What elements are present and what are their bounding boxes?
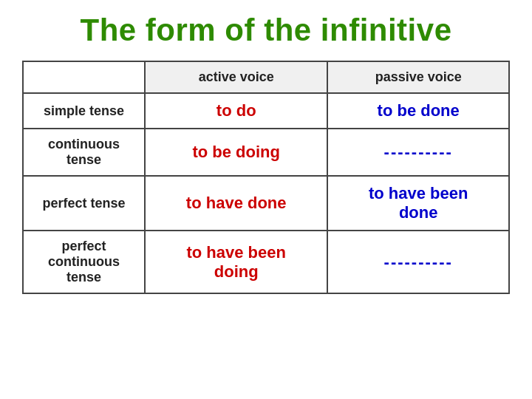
row-label-continuous-tense: continuous tense	[23, 129, 145, 176]
cell-simple-passive: to be done	[327, 93, 509, 129]
header-active-voice: active voice	[145, 61, 327, 93]
table-row: simple tense to do to be done	[23, 93, 509, 129]
cell-simple-active: to do	[145, 93, 327, 129]
table-row: continuous tense to be doing ----------	[23, 129, 509, 176]
infinitive-table: active voice passive voice simple tense …	[22, 61, 510, 294]
row-label-simple-tense: simple tense	[23, 93, 145, 129]
cell-continuous-active: to be doing	[145, 129, 327, 176]
row-label-perfect-continuous-tense: perfect continuous tense	[23, 231, 145, 293]
header-empty	[23, 61, 145, 93]
table-row: perfect tense to have done to have been …	[23, 176, 509, 231]
cell-perfect-continuous-passive: ----------	[327, 231, 509, 293]
cell-continuous-passive: ----------	[327, 129, 509, 176]
header-passive-voice: passive voice	[327, 61, 509, 93]
table-row: perfect continuous tense to have been do…	[23, 231, 509, 293]
cell-perfect-active: to have done	[145, 176, 327, 231]
cell-perfect-continuous-active: to have been doing	[145, 231, 327, 293]
row-label-perfect-tense: perfect tense	[23, 176, 145, 231]
page-title: The form of the infinitive	[81, 13, 452, 47]
cell-perfect-passive: to have been done	[327, 176, 509, 231]
